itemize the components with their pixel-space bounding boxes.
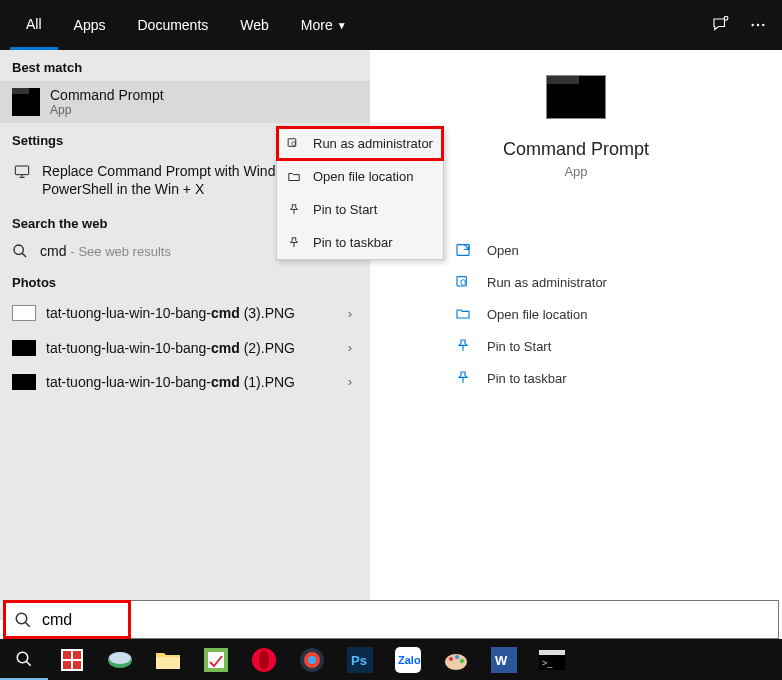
svg-rect-15 [73,661,81,669]
taskbar: Ps Zalo W >_ [0,639,782,680]
ctx-open-location[interactable]: Open file location [277,160,443,193]
tab-apps[interactable]: Apps [58,0,122,50]
section-photos: Photos [0,265,370,296]
pin-icon [455,370,475,386]
svg-text:>_: >_ [542,658,553,668]
svg-point-2 [757,24,759,26]
svg-text:W: W [495,653,508,668]
search-icon [14,611,32,629]
svg-point-0 [724,16,728,20]
tab-all[interactable]: All [10,0,58,50]
tab-more[interactable]: More▼ [285,0,363,50]
result-photo[interactable]: tat-tuong-lua-win-10-bang-cmd (2).PNG › [0,331,370,365]
action-open[interactable]: Open [455,234,782,266]
taskbar-app[interactable] [192,639,240,680]
svg-point-10 [17,652,28,663]
context-menu: Run as administrator Open file location … [276,126,444,260]
taskbar-photoshop[interactable]: Ps [336,639,384,680]
result-photo[interactable]: tat-tuong-lua-win-10-bang-cmd (3).PNG › [0,296,370,330]
action-run-admin[interactable]: Run as administrator [455,266,782,298]
svg-rect-37 [539,650,565,655]
thumbnail-icon [12,374,36,390]
taskbar-paint[interactable] [432,639,480,680]
action-pin-taskbar[interactable]: Pin to taskbar [455,362,782,394]
open-icon [455,242,475,258]
action-open-location[interactable]: Open file location [455,298,782,330]
taskbar-file-explorer[interactable] [144,639,192,680]
svg-point-33 [460,659,464,663]
taskbar-word[interactable]: W [480,639,528,680]
feedback-icon[interactable] [711,16,729,34]
taskbar-cmd[interactable]: >_ [528,639,576,680]
ctx-pin-start[interactable]: Pin to Start [277,193,443,226]
tab-web[interactable]: Web [224,0,285,50]
tab-documents[interactable]: Documents [121,0,224,50]
svg-rect-18 [156,657,180,669]
taskbar-app[interactable] [48,639,96,680]
svg-rect-14 [63,661,71,669]
svg-point-22 [259,650,269,670]
preview-icon [546,75,606,119]
cmd-icon [12,88,40,116]
admin-shield-icon [287,137,305,151]
admin-shield-icon [455,274,475,290]
chevron-right-icon: › [342,306,358,321]
svg-point-31 [449,657,453,661]
search-bar[interactable] [3,600,779,639]
search-filter-bar: All Apps Documents Web More▼ [0,0,782,50]
thumbnail-icon [12,305,36,321]
taskbar-app[interactable] [288,639,336,680]
chevron-right-icon: › [342,340,358,355]
taskbar-app[interactable] [96,639,144,680]
svg-point-25 [308,656,316,664]
pin-icon [287,236,305,250]
svg-point-1 [752,24,754,26]
svg-rect-13 [73,651,81,659]
svg-rect-4 [15,166,28,175]
svg-text:Zalo: Zalo [398,654,421,666]
chevron-right-icon: › [342,374,358,389]
taskbar-opera[interactable] [240,639,288,680]
chevron-down-icon: ▼ [337,20,347,31]
svg-rect-20 [208,652,224,668]
pin-icon [455,338,475,354]
svg-point-3 [762,24,764,26]
action-pin-start[interactable]: Pin to Start [455,330,782,362]
svg-point-32 [455,655,459,659]
result-photo[interactable]: tat-tuong-lua-win-10-bang-cmd (1).PNG › [0,365,370,399]
folder-icon [455,306,475,322]
result-title: Command Prompt [50,87,358,103]
svg-point-9 [16,613,27,624]
pin-icon [287,203,305,217]
svg-text:Ps: Ps [351,653,367,668]
folder-icon [287,170,305,184]
result-command-prompt[interactable]: Command Prompt App [0,81,370,123]
svg-point-17 [109,652,131,664]
display-icon [12,164,32,180]
ctx-run-admin[interactable]: Run as administrator [277,127,443,160]
taskbar-zalo[interactable]: Zalo [384,639,432,680]
svg-rect-12 [63,651,71,659]
thumbnail-icon [12,340,36,356]
svg-point-5 [14,245,23,254]
more-options-icon[interactable] [749,16,767,34]
section-best-match: Best match [0,50,370,81]
search-icon [12,243,30,259]
ctx-pin-taskbar[interactable]: Pin to taskbar [277,226,443,259]
search-input[interactable] [42,611,778,629]
taskbar-search[interactable] [0,639,48,680]
result-subtitle: App [50,103,358,117]
svg-rect-6 [457,245,469,256]
